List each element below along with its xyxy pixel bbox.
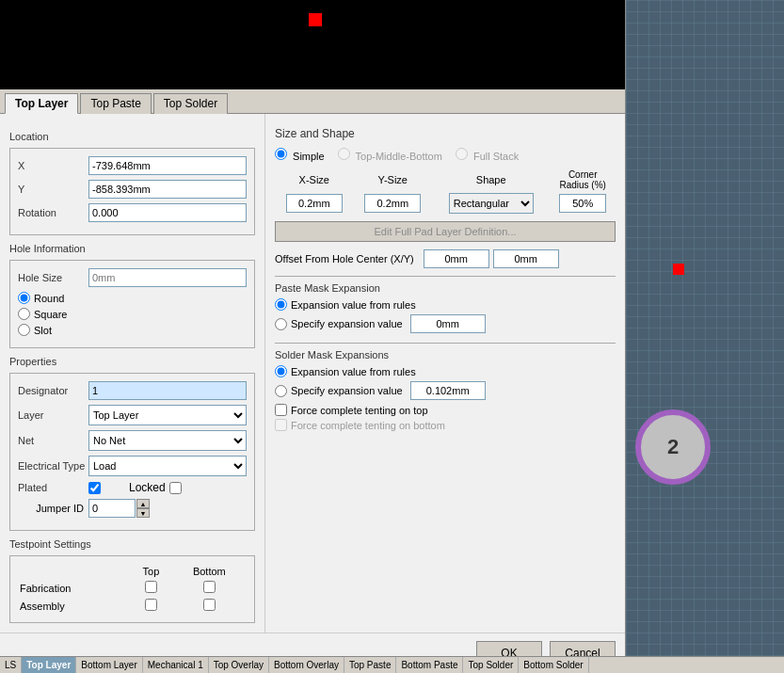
- pcb-red-pad: [673, 264, 684, 275]
- full-stack-radio: [456, 148, 468, 160]
- plated-label: Plated: [18, 482, 88, 493]
- location-groupbox: X Y Rotation: [9, 148, 255, 235]
- full-stack-label: Full Stack: [473, 151, 519, 162]
- y-label: Y: [18, 184, 88, 195]
- locked-checkbox[interactable]: [169, 482, 182, 494]
- statusbar-ls[interactable]: LS: [0, 657, 22, 673]
- tab-top-paste[interactable]: Top Paste: [80, 93, 151, 114]
- tabs-row: Top Layer Top Paste Top Solder: [0, 89, 625, 114]
- solder-specify-expansion-input[interactable]: [410, 381, 486, 400]
- testpoint-groupbox: Top Bottom Fabrication Assembly: [9, 555, 255, 623]
- paste-expansion-from-rules-row: Expansion value from rules: [275, 298, 616, 311]
- content-area: Location X Y Rotation Hole Information: [0, 114, 625, 633]
- shape-radios: Simple Top-Middle-Bottom Full Stack: [275, 148, 616, 162]
- layer-label: Layer: [18, 409, 88, 421]
- right-panel: Size and Shape Simple Top-Middle-Bottom …: [265, 114, 625, 633]
- statusbar-top-overlay[interactable]: Top Overlay: [209, 657, 269, 673]
- statusbar-bottom-solder[interactable]: Bottom Solder: [519, 657, 588, 673]
- paste-specify-expansion-label: Specify expansion value: [291, 318, 403, 329]
- offset-x-input[interactable]: [424, 249, 489, 268]
- paste-expansion-from-rules-radio[interactable]: [275, 298, 287, 311]
- paste-specify-expansion-row: Specify expansion value: [275, 314, 616, 333]
- solder-specify-expansion-label: Specify expansion value: [291, 385, 403, 396]
- statusbar-top-layer[interactable]: Top Layer: [22, 657, 76, 673]
- fabrication-row: Fabrication: [18, 579, 247, 597]
- designator-row: Designator: [18, 381, 247, 400]
- testpoint-top-header: Top: [130, 564, 171, 579]
- round-radio[interactable]: [18, 292, 30, 304]
- jumper-id-input[interactable]: [88, 499, 136, 518]
- properties-section-label: Properties: [9, 356, 255, 367]
- paste-specify-expansion-radio[interactable]: [275, 318, 287, 330]
- tmb-radio: [338, 148, 350, 160]
- x-input[interactable]: [88, 156, 247, 175]
- jumper-id-row: Jumper ID ▲ ▼: [18, 499, 247, 518]
- rotation-row: Rotation: [18, 203, 247, 222]
- assembly-top-checkbox[interactable]: [145, 599, 157, 611]
- electrical-type-label: Electrical Type: [18, 460, 88, 472]
- electrical-type-row: Electrical Type Load Source: [18, 456, 247, 476]
- fabrication-bottom-checkbox[interactable]: [203, 581, 216, 593]
- statusbar-mechanical1[interactable]: Mechanical 1: [143, 657, 209, 673]
- slot-radio[interactable]: [18, 324, 30, 336]
- assembly-bottom-checkbox[interactable]: [203, 599, 216, 611]
- hole-size-input[interactable]: [88, 268, 247, 287]
- designator-input[interactable]: [88, 381, 247, 400]
- hole-size-row: Hole Size: [18, 268, 247, 287]
- fabrication-label: Fabrication: [18, 579, 130, 597]
- force-tenting-bottom-row: Force complete tenting on bottom: [275, 419, 616, 431]
- offset-label: Offset From Hole Center (X/Y): [275, 253, 414, 264]
- jumper-id-spinner: ▲ ▼: [136, 499, 150, 518]
- spin-up-button[interactable]: ▲: [136, 499, 150, 508]
- electrical-type-select[interactable]: Load Source: [88, 456, 247, 476]
- full-stack-radio-label[interactable]: Full Stack: [456, 148, 519, 162]
- plated-checkbox[interactable]: [88, 482, 101, 494]
- designator-label: Designator: [18, 385, 88, 396]
- statusbar-bottom-layer[interactable]: Bottom Layer: [76, 657, 142, 673]
- spin-down-button[interactable]: ▼: [136, 508, 150, 518]
- corner-radius-input[interactable]: [559, 194, 606, 213]
- solder-expansion-from-rules-label: Expansion value from rules: [291, 366, 416, 377]
- fabrication-top-checkbox[interactable]: [145, 581, 157, 593]
- force-tenting-bottom-checkbox: [275, 419, 287, 431]
- square-label: Square: [34, 309, 67, 320]
- solder-specify-expansion-radio[interactable]: [275, 385, 287, 397]
- solder-expansion-from-rules-radio[interactable]: [275, 365, 287, 377]
- hole-size-label: Hole Size: [18, 272, 88, 283]
- offset-y-input[interactable]: [493, 249, 559, 268]
- jumper-id-label: Jumper ID: [18, 503, 88, 514]
- size-shape-title: Size and Shape: [275, 127, 616, 140]
- shape-select[interactable]: Rectangular Round Oval: [449, 193, 534, 214]
- canvas-area: [0, 0, 625, 89]
- tmb-radio-label[interactable]: Top-Middle-Bottom: [338, 148, 442, 162]
- y-input[interactable]: [88, 180, 247, 199]
- square-radio-row: Square: [18, 308, 247, 320]
- rotation-input[interactable]: [88, 203, 247, 222]
- force-tenting-top-checkbox[interactable]: [275, 404, 287, 416]
- edit-pad-button[interactable]: Edit Full Pad Layer Definition...: [275, 221, 616, 242]
- x-size-input[interactable]: [286, 194, 343, 213]
- force-tenting-top-label: Force complete tenting on top: [291, 405, 428, 416]
- pcb-grid: 2: [626, 0, 784, 656]
- square-radio[interactable]: [18, 308, 30, 320]
- simple-radio-label[interactable]: Simple: [275, 148, 325, 162]
- round-radio-row: Round: [18, 292, 247, 304]
- hole-section-label: Hole Information: [9, 243, 255, 254]
- simple-radio[interactable]: [275, 148, 287, 160]
- layer-select[interactable]: Top Layer Bottom Layer: [88, 405, 247, 425]
- simple-label: Simple: [293, 151, 325, 162]
- testpoint-table: Top Bottom Fabrication Assembly: [18, 564, 247, 615]
- net-select[interactable]: No Net: [88, 430, 247, 451]
- tab-top-solder[interactable]: Top Solder: [153, 93, 228, 114]
- paste-mask-title: Paste Mask Expansion: [275, 282, 616, 294]
- paste-specify-expansion-input[interactable]: [410, 314, 486, 333]
- round-label: Round: [34, 293, 64, 304]
- statusbar-top-solder[interactable]: Top Solder: [463, 657, 519, 673]
- location-section-label: Location: [9, 131, 255, 142]
- statusbar-top-paste[interactable]: Top Paste: [344, 657, 396, 673]
- tab-top-layer[interactable]: Top Layer: [5, 93, 78, 114]
- force-tenting-top-row: Force complete tenting on top: [275, 404, 616, 416]
- y-size-input[interactable]: [364, 194, 421, 213]
- statusbar-bottom-paste[interactable]: Bottom Paste: [396, 657, 463, 673]
- statusbar-bottom-overlay[interactable]: Bottom Overlay: [269, 657, 344, 673]
